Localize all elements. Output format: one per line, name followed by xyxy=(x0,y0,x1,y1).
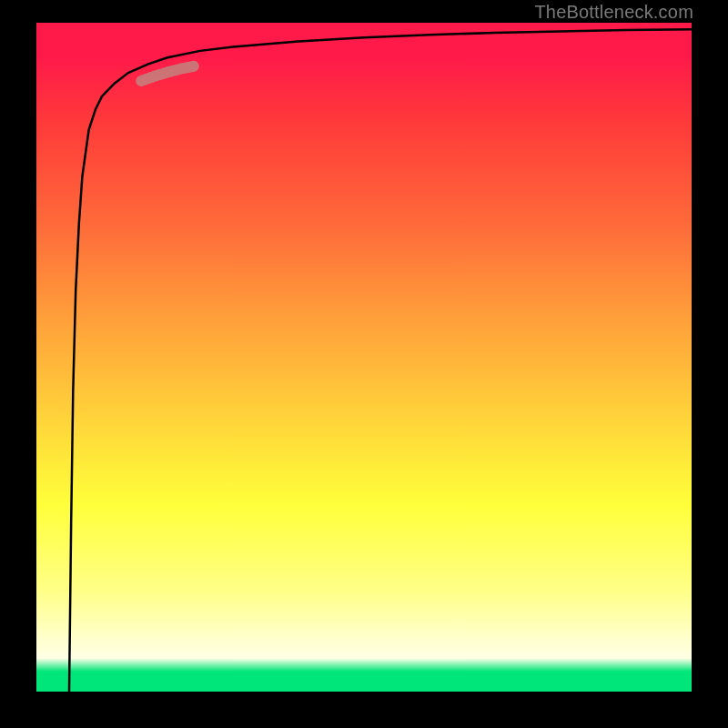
chart-container: TheBottleneck.com xyxy=(0,0,728,728)
watermark-text: TheBottleneck.com xyxy=(534,2,693,23)
highlight-segment xyxy=(141,66,194,81)
main-curve-line xyxy=(69,29,692,692)
curve-layer xyxy=(36,23,692,692)
